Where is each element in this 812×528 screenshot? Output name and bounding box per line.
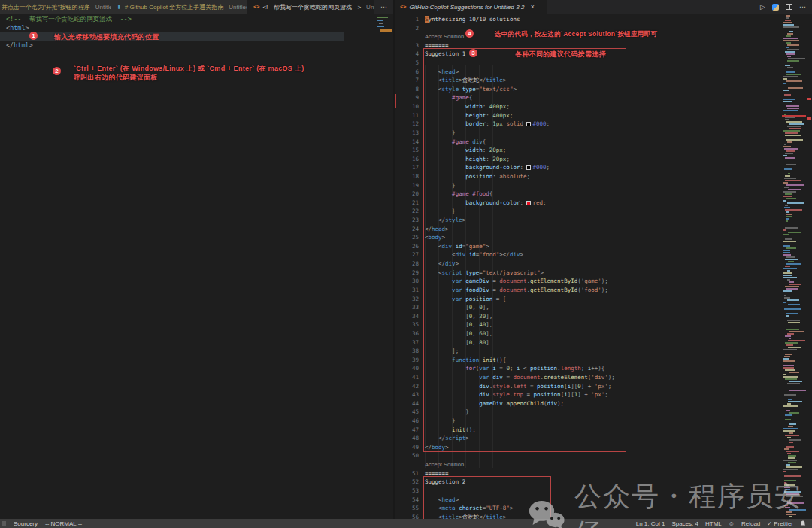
line-number: 12 [395, 120, 419, 129]
line-number: 46 [395, 417, 419, 426]
vim-mode-status[interactable]: -- NORMAL -- [45, 520, 82, 527]
more-actions-icon[interactable]: ⋯ [799, 4, 806, 11]
code-line: <!-- 帮我写一个贪吃蛇的网页游戏 --> [0, 15, 393, 24]
code-line: 45 } [395, 408, 812, 417]
code-line: 35 [0, 40], [395, 320, 812, 329]
code-line: </html> [0, 41, 393, 50]
annotation-1-badge: 1 [29, 32, 38, 40]
editor-right[interactable]: 1Synthesizing 10/10 solutions2Accept Sol… [395, 14, 812, 519]
code-line: 40 for(var i = 0; i < position.length; i… [395, 364, 812, 373]
line-number: 29 [395, 269, 419, 278]
line-number: 40 [395, 364, 419, 373]
line-number: 9 [395, 93, 419, 102]
tab-untitled-1[interactable]: ⬇ # Github Copilot 全方位上手通关指南 Untitled-1 … [111, 0, 248, 14]
code-line: 29 <script type="text/javascript"> [395, 269, 812, 278]
line-number: 49 [395, 443, 419, 452]
reload-status[interactable]: Reload [741, 520, 760, 527]
editor-left[interactable]: <!-- 帮我写一个贪吃蛇的网页游戏 --><html></html> 1 输入… [0, 14, 393, 519]
copilot-icon[interactable] [772, 4, 779, 11]
line-number: 44 [395, 399, 419, 408]
tab-suffix: Untitled-3 [366, 4, 374, 11]
line-number: 51 [395, 469, 419, 478]
cursor-position-status[interactable]: Ln 1, Col 1 [636, 520, 665, 527]
prettier-status[interactable]: ✓ Prettier [767, 520, 793, 527]
line-number: 24 [395, 225, 419, 234]
annotation-3-badge: 3 [469, 49, 477, 57]
tab-suffix: Untitled-2 1 [95, 4, 111, 11]
line-number: 20 [395, 190, 419, 199]
code-line: 41 var div = document.createElement('div… [395, 373, 812, 382]
code-line: 12 border: 1px solid #000; [395, 120, 812, 129]
tab-untitled-3[interactable]: <> <!-- 帮我写一个贪吃蛇的网页游戏 --> Untitled-3 ● [248, 0, 374, 14]
modified-line-marker [380, 29, 392, 32]
code-line: 42 div.style.left = position[i][0] + 'px… [395, 382, 812, 391]
tab-overflow-icon[interactable]: ⋯ [374, 3, 393, 11]
code-line: 46 } [395, 417, 812, 426]
code-line: 48 </script> [395, 434, 812, 443]
code-line: Accept Solution [395, 460, 812, 469]
accept-solution-link[interactable]: Accept Solution [425, 32, 464, 41]
code-line: 30 var gameDiv = document.getElementById… [395, 277, 812, 286]
minimap-right[interactable] [782, 14, 806, 519]
color-swatch-black [526, 122, 531, 126]
code-line: 11 height: 400px; [395, 111, 812, 120]
code-line: 19 } [395, 181, 812, 190]
line-number: 13 [395, 129, 419, 138]
minimap-left[interactable] [377, 14, 392, 519]
sourcery-status[interactable]: Sourcery [14, 520, 38, 527]
language-mode-status[interactable]: HTML [705, 520, 722, 527]
bell-icon[interactable] [800, 520, 806, 527]
feedback-smiley-icon[interactable]: ☺ [729, 520, 735, 527]
code-line: 44 gameDiv.appendChild(div); [395, 399, 812, 408]
code-line: 17 background-color: #000; [395, 163, 812, 172]
indentation-status[interactable]: Spaces: 4 [671, 520, 698, 527]
code-line: 28 </div> [395, 259, 812, 269]
code-line: 49</body> [395, 443, 812, 452]
code-line: 23 </style> [395, 216, 812, 225]
code-line: 21 background-color: red; [395, 199, 812, 208]
line-number: 4 [395, 50, 419, 59]
line-number: 26 [395, 242, 419, 251]
line-number: 17 [395, 163, 419, 172]
code-line: 7 <title>贪吃蛇</title> [395, 76, 812, 85]
current-line [0, 32, 344, 41]
tab-title: GitHub Copilot Suggestions for Untitled-… [409, 4, 524, 11]
line-number [395, 32, 419, 41]
code-line: 8 <style type="text/css"> [395, 85, 812, 94]
code-line: 6 <head> [395, 68, 812, 77]
line-number: 1 [395, 15, 419, 24]
line-number [395, 460, 419, 469]
color-swatch-black [526, 165, 531, 170]
code-line: 38 ]; [395, 347, 812, 356]
overview-ruler [806, 14, 812, 519]
line-number: 42 [395, 382, 419, 391]
line-number: 50 [395, 451, 419, 460]
vscode-window: 并点击一个名为"开抢"按钮的程序 Untitled-2 1 ● ⬇ # Gith… [0, 0, 812, 528]
tab-bar-left: 并点击一个名为"开抢"按钮的程序 Untitled-2 1 ● ⬇ # Gith… [0, 0, 393, 14]
run-icon[interactable]: ▷ [760, 4, 765, 11]
code-line: 5 [395, 59, 812, 68]
accept-solution-link[interactable]: Accept Solution [425, 460, 464, 469]
line-number: 43 [395, 390, 419, 399]
line-number: 27 [395, 250, 419, 259]
code-line: 3======= [395, 41, 812, 50]
close-icon[interactable]: × [530, 3, 534, 11]
statusbar-fragment-icon [2, 521, 6, 526]
line-number: 10 [395, 102, 419, 111]
code-area-right[interactable]: 1Synthesizing 10/10 solutions2Accept Sol… [395, 15, 812, 519]
line-number: 18 [395, 172, 419, 181]
line-number: 30 [395, 277, 419, 286]
tab-copilot-suggestions[interactable]: <> GitHub Copilot Suggestions for Untitl… [395, 0, 547, 14]
line-number: 19 [395, 181, 419, 190]
annotation-1-text: 输入光标移动想要填充代码的位置 [54, 32, 159, 42]
tab-untitled-2[interactable]: 并点击一个名为"开抢"按钮的程序 Untitled-2 1 ● [0, 0, 111, 14]
red-marker [395, 94, 396, 108]
line-number: 23 [395, 216, 419, 225]
split-editor-icon[interactable] [786, 4, 792, 10]
annotation-2-badge: 2 [53, 67, 61, 75]
line-number: 36 [395, 329, 419, 338]
code-line: 39 function init(){ [395, 356, 812, 365]
code-line: 10 width: 400px; [395, 102, 812, 111]
code-line: 22 } [395, 207, 812, 216]
code-line: 47 init(); [395, 426, 812, 435]
